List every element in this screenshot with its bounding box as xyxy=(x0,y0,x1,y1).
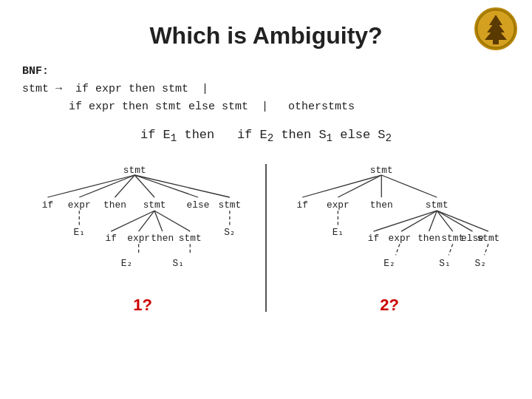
svg-line-50 xyxy=(437,211,472,232)
tree1-svg: stmt if expr then stmt else stmt E₁ xyxy=(32,160,253,290)
university-logo xyxy=(474,7,519,52)
svg-text:stmt: stmt xyxy=(370,165,393,176)
svg-text:if: if xyxy=(105,233,116,244)
svg-text:S₂: S₂ xyxy=(474,259,485,270)
svg-text:expr: expr xyxy=(389,233,412,244)
svg-text:if: if xyxy=(368,233,379,244)
tree1-label: 1? xyxy=(133,296,152,315)
svg-line-24 xyxy=(154,211,190,232)
svg-rect-4 xyxy=(493,40,499,44)
svg-text:else: else xyxy=(187,200,210,211)
svg-text:expr: expr xyxy=(127,233,150,244)
svg-text:if: if xyxy=(296,200,307,211)
svg-line-21 xyxy=(111,211,154,232)
svg-line-8 xyxy=(79,175,134,197)
svg-line-60 xyxy=(449,245,452,256)
svg-text:stmt: stmt xyxy=(426,200,449,211)
svg-text:S₂: S₂ xyxy=(224,228,235,239)
bnf-line2: if expr then stmt else stmt | otherstmts xyxy=(22,98,510,116)
slide: Which is Ambiguity? BNF: stmt → if expr … xyxy=(0,0,532,399)
bnf-section: BNF: stmt → if expr then stmt | if expr … xyxy=(22,63,510,116)
svg-text:S₁: S₁ xyxy=(172,259,183,270)
svg-text:then: then xyxy=(151,233,174,244)
tree2-label: 2? xyxy=(380,296,399,315)
svg-line-7 xyxy=(47,175,134,197)
svg-line-58 xyxy=(396,245,400,256)
svg-text:E₂: E₂ xyxy=(383,259,395,270)
expression-line: if E1 then if E2 then S1 else S2 xyxy=(22,128,510,144)
svg-text:if: if xyxy=(42,200,53,211)
bnf-line0: BNF: xyxy=(22,63,510,81)
svg-line-37 xyxy=(338,175,381,197)
bnf-line1: stmt → if expr then stmt | xyxy=(22,81,510,98)
svg-text:stmt: stmt xyxy=(218,200,241,211)
bnf-label: BNF: xyxy=(22,65,49,78)
svg-text:E₁: E₁ xyxy=(74,228,85,239)
svg-line-22 xyxy=(139,211,154,232)
svg-text:expr: expr xyxy=(68,200,91,211)
tree1-section: stmt if expr then stmt else stmt E₁ xyxy=(24,160,261,315)
svg-line-12 xyxy=(134,175,230,197)
svg-text:then: then xyxy=(417,233,440,244)
tree2-section: stmt if expr then stmt E₁ xyxy=(271,160,508,315)
trees-container: stmt if expr then stmt else stmt E₁ xyxy=(22,160,510,315)
svg-line-62 xyxy=(485,245,488,256)
logo-svg xyxy=(476,9,516,49)
page-title: Which is Ambiguity? xyxy=(22,22,510,50)
svg-text:E₂: E₂ xyxy=(121,259,132,270)
tree2-svg: stmt if expr then stmt E₁ xyxy=(279,160,500,290)
svg-text:E₁: E₁ xyxy=(332,228,344,239)
svg-text:then: then xyxy=(103,200,126,211)
svg-text:stmt: stmt xyxy=(179,233,202,244)
svg-text:S₁: S₁ xyxy=(439,259,450,270)
svg-line-9 xyxy=(115,175,135,197)
svg-line-39 xyxy=(381,175,437,197)
tree-divider xyxy=(265,164,267,312)
svg-text:then: then xyxy=(370,200,393,211)
svg-text:stmt: stmt xyxy=(143,200,166,211)
svg-line-48 xyxy=(429,211,437,232)
svg-line-23 xyxy=(154,211,163,232)
svg-line-36 xyxy=(302,175,381,197)
svg-line-46 xyxy=(374,211,437,232)
svg-text:expr: expr xyxy=(327,200,349,211)
svg-text:stmt: stmt xyxy=(477,233,500,244)
svg-text:stmt: stmt xyxy=(123,165,146,176)
